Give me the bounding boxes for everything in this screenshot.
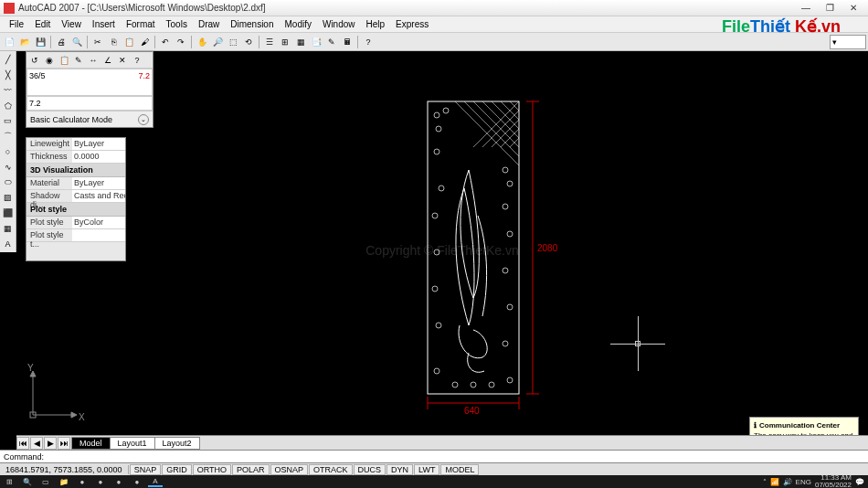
paste-icon[interactable]: 📋: [122, 35, 136, 49]
ducs-toggle[interactable]: DUCS: [354, 464, 386, 475]
menu-help[interactable]: Help: [361, 17, 391, 31]
dc-icon[interactable]: ⊞: [278, 35, 292, 49]
tab-next-icon[interactable]: ▶: [44, 437, 57, 450]
prop-plot2-value[interactable]: [72, 229, 125, 241]
dyn-toggle[interactable]: DYN: [386, 464, 413, 475]
zoom-prev-icon[interactable]: ⟲: [241, 35, 256, 49]
lwt-toggle[interactable]: LWT: [414, 464, 439, 475]
calc-angle-icon[interactable]: ∠: [101, 54, 114, 67]
grid-toggle[interactable]: GRID: [162, 464, 192, 475]
tray-volume-icon[interactable]: 🔊: [783, 478, 792, 486]
minimize-button[interactable]: —: [795, 2, 817, 15]
prop-material-value[interactable]: ByLayer: [72, 177, 125, 189]
start-button[interactable]: ⊞: [2, 476, 16, 487]
ssm-icon[interactable]: 📑: [309, 35, 323, 49]
zoom-icon[interactable]: 🔎: [210, 35, 225, 49]
match-icon[interactable]: 🖌: [137, 35, 152, 49]
print-icon[interactable]: 🖨: [54, 35, 69, 49]
tab-prev-icon[interactable]: ◀: [30, 437, 43, 450]
osnap-toggle[interactable]: OSNAP: [270, 464, 309, 475]
save-icon[interactable]: 💾: [33, 35, 48, 49]
tray-chevron-icon[interactable]: ˄: [763, 478, 767, 486]
calc-getpoint-icon[interactable]: ✎: [72, 54, 85, 67]
tab-last-icon[interactable]: ⏭: [58, 437, 70, 450]
markup-icon[interactable]: ✎: [324, 35, 339, 49]
polar-toggle[interactable]: POLAR: [232, 464, 270, 475]
zoom-window-icon[interactable]: ⬚: [226, 35, 240, 49]
hatch-icon[interactable]: ▨: [1, 191, 16, 205]
menu-modify[interactable]: Modify: [280, 17, 317, 31]
prop-lineweight-value[interactable]: ByLayer: [72, 138, 125, 150]
search-icon[interactable]: 🔍: [20, 476, 35, 487]
tab-first-icon[interactable]: ⏮: [16, 437, 29, 450]
calc-dist-icon[interactable]: ↔: [87, 54, 100, 67]
help-icon[interactable]: ?: [361, 35, 376, 49]
menu-edit[interactable]: Edit: [29, 17, 56, 31]
calc-icon[interactable]: 🖩: [340, 35, 355, 49]
tool-palette-icon[interactable]: ▦: [293, 35, 308, 49]
prop-thickness-value[interactable]: 0.0000: [72, 151, 125, 163]
menu-express[interactable]: Express: [390, 17, 434, 31]
snap-toggle[interactable]: SNAP: [130, 464, 162, 475]
mtext-icon[interactable]: A: [1, 237, 16, 250]
redo-icon[interactable]: ↷: [174, 35, 188, 49]
tray-lang[interactable]: ENG: [796, 478, 811, 486]
region-icon[interactable]: ⬛: [1, 207, 16, 220]
ortho-toggle[interactable]: ORTHO: [193, 464, 231, 475]
calc-expression-input[interactable]: 36/57.2: [26, 69, 153, 96]
preview-icon[interactable]: 🔍: [69, 35, 84, 49]
ellipse-icon[interactable]: ⬭: [1, 175, 16, 189]
taskview-icon[interactable]: ▭: [38, 476, 53, 487]
tray-date[interactable]: 07/05/2022: [815, 481, 852, 488]
prop-plotstyle-value[interactable]: ByColor: [72, 217, 125, 228]
spline-icon[interactable]: ∿: [1, 161, 16, 175]
autocad-taskbar-icon[interactable]: A: [148, 476, 163, 487]
app1-icon[interactable]: ●: [75, 476, 90, 487]
menu-view[interactable]: View: [56, 17, 87, 31]
cut-icon[interactable]: ✂: [90, 35, 105, 49]
calc-paste-icon[interactable]: 📋: [58, 54, 70, 67]
copy-icon[interactable]: ⎘: [106, 35, 121, 49]
menu-tools[interactable]: Tools: [161, 17, 193, 31]
line-icon[interactable]: ╱: [1, 53, 16, 67]
model-toggle[interactable]: MODEL: [440, 464, 479, 475]
calc-help-icon[interactable]: ?: [131, 54, 143, 67]
rectangle-icon[interactable]: ▭: [1, 114, 16, 128]
tab-layout2[interactable]: Layout2: [154, 437, 200, 450]
prop-shadow-value[interactable]: Casts and Receives...: [72, 190, 125, 202]
new-icon[interactable]: 📄: [2, 35, 16, 49]
polyline-icon[interactable]: 〰: [1, 84, 16, 98]
tab-model[interactable]: Model: [71, 437, 111, 450]
app3-icon[interactable]: ●: [111, 476, 126, 487]
menu-insert[interactable]: Insert: [87, 17, 121, 31]
tab-layout1[interactable]: Layout1: [110, 437, 155, 450]
calc-history-icon[interactable]: ◉: [43, 54, 56, 67]
calc-result-field[interactable]: 7.2: [26, 96, 153, 111]
otrack-toggle[interactable]: OTRACK: [309, 464, 353, 475]
menu-file[interactable]: File: [4, 17, 29, 31]
xline-icon[interactable]: ╳: [1, 69, 16, 82]
explorer-icon[interactable]: 📁: [57, 476, 71, 487]
calc-clear-icon[interactable]: ↺: [28, 54, 41, 67]
menu-dimension[interactable]: Dimension: [225, 17, 279, 31]
maximize-button[interactable]: ❐: [819, 2, 841, 15]
tray-network-icon[interactable]: 📶: [770, 478, 779, 486]
tray-notifications-icon[interactable]: 💬: [855, 478, 864, 486]
open-icon[interactable]: 📂: [17, 35, 32, 49]
coordinates-display[interactable]: 16841.5791, 7573.1855, 0.0000: [0, 465, 129, 474]
command-line[interactable]: Command:: [0, 450, 868, 462]
undo-icon[interactable]: ↶: [158, 35, 173, 49]
prop-section-3d[interactable]: 3D Visualization: [26, 164, 125, 177]
close-button[interactable]: ✕: [842, 2, 864, 15]
menu-format[interactable]: Format: [121, 17, 161, 31]
polygon-icon[interactable]: ⬠: [1, 99, 16, 112]
arc-icon[interactable]: ⌒: [1, 130, 16, 143]
menu-draw[interactable]: Draw: [193, 17, 225, 31]
prop-section-plot[interactable]: Plot style: [26, 203, 125, 217]
calc-mode-toggle-icon[interactable]: ⌄: [138, 114, 149, 125]
circle-icon[interactable]: ○: [1, 145, 16, 159]
menu-window[interactable]: Window: [317, 17, 361, 31]
properties-icon[interactable]: ☰: [262, 35, 277, 49]
app2-icon[interactable]: ●: [93, 476, 108, 487]
calc-intersect-icon[interactable]: ✕: [116, 54, 129, 67]
